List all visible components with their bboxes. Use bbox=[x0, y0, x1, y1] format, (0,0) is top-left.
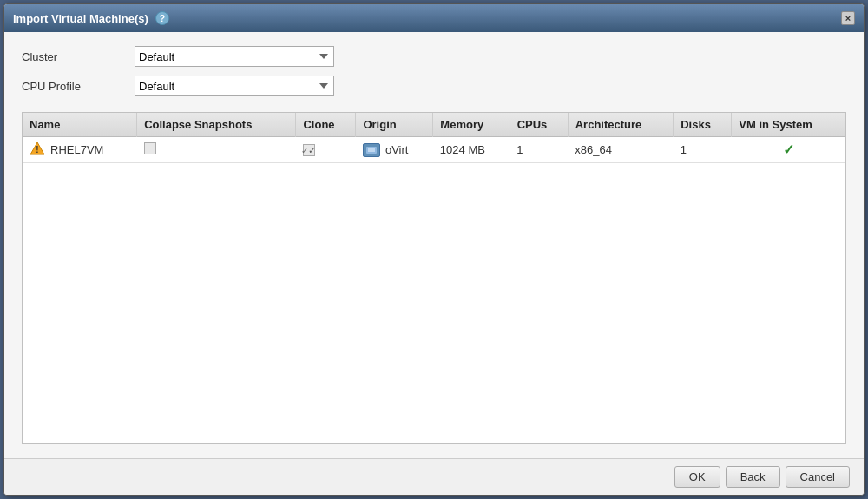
cpu-profile-select[interactable]: Default bbox=[135, 76, 334, 96]
cell-origin: oVirt bbox=[356, 137, 433, 163]
vm-table-container: Name Collapse Snapshots Clone Origin Mem… bbox=[22, 112, 846, 444]
cell-clone[interactable]: ✓ bbox=[296, 137, 356, 163]
cluster-row: Cluster Default bbox=[22, 46, 846, 67]
title-left: Import Virtual Machine(s) ? bbox=[13, 11, 169, 25]
svg-text:!: ! bbox=[36, 145, 38, 154]
dialog-footer: OK Back Cancel bbox=[4, 458, 864, 495]
col-memory: Memory bbox=[433, 113, 510, 137]
close-button[interactable]: × bbox=[841, 11, 855, 25]
cancel-button[interactable]: Cancel bbox=[786, 466, 850, 488]
help-icon[interactable]: ? bbox=[155, 11, 169, 25]
dialog-title: Import Virtual Machine(s) bbox=[13, 12, 148, 25]
cell-name: ! RHEL7VM bbox=[23, 137, 137, 163]
col-collapse-snapshots: Collapse Snapshots bbox=[137, 113, 296, 137]
back-button[interactable]: Back bbox=[726, 466, 780, 488]
cell-collapse-snapshots[interactable] bbox=[137, 137, 296, 163]
cell-cpus: 1 bbox=[510, 137, 568, 163]
vm-in-system-check: ✓ bbox=[783, 142, 794, 157]
cell-vm-in-system: ✓ bbox=[732, 137, 845, 163]
cell-memory: 1024 MB bbox=[433, 137, 510, 163]
col-vm-in-system: VM in System bbox=[732, 113, 845, 137]
import-vm-dialog: Import Virtual Machine(s) ? × Cluster De… bbox=[3, 3, 865, 496]
table-body: ! RHEL7VM ✓ oVirt 1024 MB1x86_641✓ bbox=[23, 137, 845, 163]
vm-icon bbox=[363, 143, 380, 157]
col-origin: Origin bbox=[356, 113, 433, 137]
col-cpus: CPUs bbox=[510, 113, 568, 137]
col-architecture: Architecture bbox=[568, 113, 673, 137]
vm-name: RHEL7VM bbox=[50, 143, 103, 156]
table-row: ! RHEL7VM ✓ oVirt 1024 MB1x86_641✓ bbox=[23, 137, 845, 163]
cell-disks: 1 bbox=[674, 137, 732, 163]
ok-button[interactable]: OK bbox=[674, 466, 720, 488]
table-header: Name Collapse Snapshots Clone Origin Mem… bbox=[23, 113, 845, 137]
vm-table: Name Collapse Snapshots Clone Origin Mem… bbox=[23, 113, 845, 163]
dialog-body: Cluster Default CPU Profile Default Name… bbox=[4, 32, 864, 458]
cluster-label: Cluster bbox=[22, 50, 126, 63]
svg-rect-3 bbox=[368, 148, 375, 152]
title-bar: Import Virtual Machine(s) ? × bbox=[4, 4, 864, 32]
origin-value: oVirt bbox=[385, 143, 409, 156]
cpu-profile-label: CPU Profile bbox=[22, 80, 126, 93]
clone-checkbox[interactable]: ✓ bbox=[303, 144, 315, 156]
cpu-profile-row: CPU Profile Default bbox=[22, 76, 846, 96]
col-disks: Disks bbox=[674, 113, 732, 137]
warning-icon: ! bbox=[30, 141, 45, 158]
cell-architecture: x86_64 bbox=[568, 137, 673, 163]
cluster-select[interactable]: Default bbox=[135, 46, 334, 67]
col-clone: Clone bbox=[296, 113, 356, 137]
col-name: Name bbox=[23, 113, 137, 137]
collapse-snapshots-checkbox[interactable] bbox=[144, 142, 156, 154]
